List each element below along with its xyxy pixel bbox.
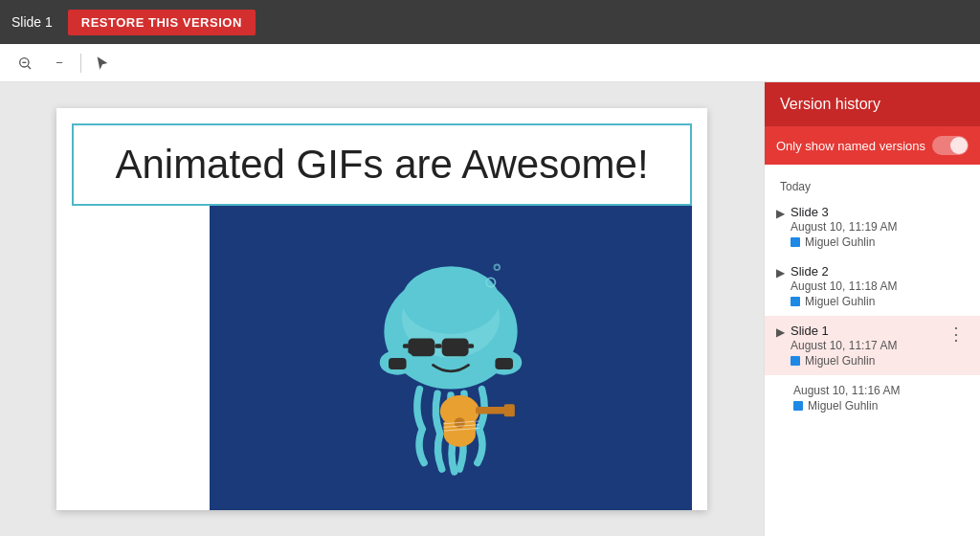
version-info: Slide 1 August 10, 11:17 AM Miguel Guhli… [791, 324, 944, 368]
version-item[interactable]: ▶ Slide 2 August 10, 11:18 AM Miguel Guh… [765, 257, 980, 316]
version-user-row: Miguel Guhlin [791, 354, 944, 368]
version-user: Miguel Guhlin [805, 235, 875, 249]
version-section-today: Today [765, 172, 980, 197]
slide-label: Slide 1 [11, 14, 53, 30]
toolbar-divider [80, 54, 81, 73]
version-user: Miguel Guhlin [808, 399, 878, 413]
user-color-dot [793, 401, 803, 411]
main-content: Animated GIFs are Awesome! [0, 82, 980, 536]
version-name: Slide 1 [791, 324, 944, 338]
slide-text-box: Animated GIFs are Awesome! [72, 123, 692, 206]
version-user-row: Miguel Guhlin [791, 295, 969, 308]
version-name: Slide 3 [791, 205, 969, 219]
version-time: August 10, 11:19 AM [791, 220, 969, 234]
version-chevron-icon: ▶ [776, 207, 785, 220]
version-item[interactable]: ▶ Slide 3 August 10, 11:19 AM Miguel Guh… [765, 197, 980, 257]
svg-rect-10 [468, 344, 475, 348]
cursor-icon[interactable] [89, 50, 116, 77]
user-color-dot [791, 237, 800, 247]
svg-rect-19 [476, 407, 507, 413]
version-user-row: Miguel Guhlin [793, 399, 969, 413]
version-time: August 10, 11:16 AM [793, 384, 969, 397]
svg-rect-8 [434, 344, 441, 348]
version-item-unnamed[interactable]: August 10, 11:16 AM Miguel Guhlin [765, 375, 980, 420]
svg-rect-6 [408, 339, 434, 357]
svg-rect-7 [442, 339, 469, 357]
svg-rect-14 [495, 358, 513, 369]
version-name: Slide 2 [791, 264, 969, 279]
version-info: Slide 3 August 10, 11:19 AM Miguel Guhli… [791, 205, 969, 249]
version-menu-button[interactable]: ⋮ [944, 324, 969, 345]
version-history-panel: Version history Only show named versions… [764, 82, 980, 536]
svg-point-25 [495, 265, 501, 271]
version-history-title: Version history [765, 82, 980, 126]
svg-line-2 [28, 66, 31, 69]
slide-title: Animated GIFs are Awesome! [89, 141, 675, 189]
toggle-row: Only show named versions [765, 126, 980, 165]
version-list: Today ▶ Slide 3 August 10, 11:19 AM Migu… [765, 165, 980, 536]
top-toolbar: Slide 1 RESTORE THIS VERSION [0, 0, 980, 44]
user-color-dot [791, 356, 800, 366]
slide-image-area [210, 206, 692, 510]
restore-button[interactable]: RESTORE THIS VERSION [68, 10, 256, 35]
version-time: August 10, 11:17 AM [791, 339, 944, 352]
version-info: Slide 2 August 10, 11:18 AM Miguel Guhli… [791, 264, 969, 308]
toggle-knob [950, 137, 968, 154]
user-color-dot [791, 297, 800, 306]
version-user: Miguel Guhlin [805, 354, 875, 368]
secondary-toolbar: − [0, 44, 980, 82]
slide-preview: Animated GIFs are Awesome! [56, 108, 707, 510]
version-user-row: Miguel Guhlin [791, 235, 969, 249]
svg-point-5 [402, 267, 500, 335]
zoom-out-icon[interactable] [11, 50, 38, 77]
svg-rect-12 [389, 358, 407, 369]
canvas-area: Animated GIFs are Awesome! [0, 82, 764, 536]
svg-rect-9 [403, 344, 410, 348]
version-chevron-icon: ▶ [776, 325, 785, 339]
version-chevron-icon: ▶ [776, 266, 785, 279]
named-versions-toggle[interactable] [932, 136, 969, 155]
svg-rect-20 [504, 404, 515, 416]
version-item[interactable]: ▶ Slide 1 August 10, 11:17 AM Miguel Guh… [765, 316, 980, 375]
zoom-in-icon[interactable]: − [46, 50, 73, 77]
toggle-label: Only show named versions [776, 139, 925, 153]
version-time: August 10, 11:18 AM [791, 279, 969, 293]
version-user: Miguel Guhlin [805, 295, 875, 308]
